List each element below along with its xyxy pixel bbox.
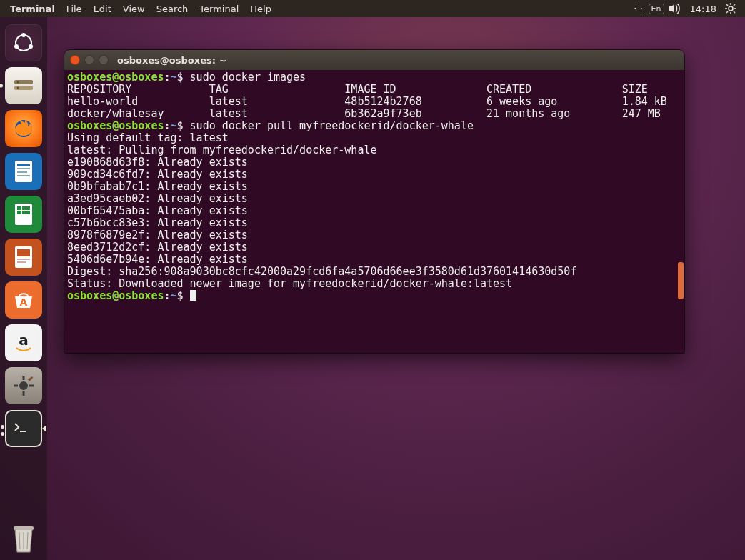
launcher-terminal[interactable]	[5, 410, 42, 447]
svg-line-6	[734, 11, 735, 13]
svg-rect-19	[17, 164, 30, 166]
menu-search[interactable]: Terminal	[194, 4, 244, 14]
svg-text:A: A	[20, 296, 28, 308]
svg-point-11	[29, 44, 33, 49]
menu-edit[interactable]: View	[117, 4, 151, 14]
terminal-window: osboxes@osboxes: ~ osboxes@osboxes:~$ su…	[64, 50, 684, 353]
launcher-impress[interactable]	[5, 239, 42, 276]
active-app-name: Terminal	[4, 4, 61, 14]
launcher-settings[interactable]	[5, 367, 42, 404]
window-minimize-button[interactable]	[84, 55, 94, 65]
window-close-button[interactable]	[70, 55, 80, 65]
launcher-software[interactable]: A	[5, 281, 42, 319]
svg-rect-29	[26, 211, 30, 214]
menu-file[interactable]: Edit	[88, 4, 117, 14]
svg-rect-24	[17, 206, 21, 210]
svg-rect-32	[17, 259, 30, 260]
svg-point-16	[17, 87, 19, 89]
window-title: osboxes@osboxes: ~	[117, 55, 226, 66]
svg-rect-20	[17, 168, 30, 169]
clock[interactable]: 14:18	[686, 4, 721, 14]
terminal-cursor	[190, 290, 196, 301]
svg-line-8	[726, 11, 728, 13]
svg-rect-26	[26, 206, 30, 210]
launcher-writer[interactable]	[5, 153, 42, 190]
keyboard-lang[interactable]: En	[649, 4, 664, 14]
gear-icon[interactable]	[721, 3, 741, 14]
menu-terminal-2[interactable]: Help	[244, 4, 277, 14]
launcher-trash[interactable]	[5, 520, 42, 557]
svg-rect-21	[17, 171, 27, 173]
launcher-calc[interactable]	[5, 196, 42, 233]
svg-point-36	[19, 381, 28, 390]
launcher-firefox[interactable]	[5, 110, 42, 147]
titlebar[interactable]: osboxes@osboxes: ~	[64, 50, 684, 70]
top-panel: Terminal File Edit View Search Terminal …	[0, 0, 745, 17]
network-icon[interactable]	[629, 3, 649, 14]
menu-terminal[interactable]: File	[61, 4, 88, 14]
svg-point-9	[16, 35, 31, 51]
terminal-body[interactable]: osboxes@osboxes:~$ sudo docker imagesREP…	[64, 70, 684, 353]
svg-rect-33	[17, 261, 26, 263]
launcher-dash[interactable]	[5, 24, 42, 61]
svg-line-5	[726, 4, 728, 6]
svg-rect-22	[17, 175, 30, 176]
menu-view[interactable]: Search	[151, 4, 194, 14]
svg-rect-25	[22, 206, 26, 210]
window-maximize-button[interactable]	[99, 55, 109, 65]
svg-text:a: a	[19, 331, 29, 349]
svg-point-15	[17, 81, 19, 84]
svg-rect-31	[17, 249, 30, 256]
svg-point-12	[14, 44, 19, 49]
svg-point-10	[21, 33, 26, 37]
svg-rect-27	[17, 211, 21, 214]
launcher-files[interactable]	[5, 67, 42, 104]
launcher-amazon[interactable]: a	[5, 324, 42, 361]
launcher: A a	[0, 17, 47, 560]
svg-point-0	[729, 6, 733, 11]
svg-rect-28	[22, 211, 26, 214]
sound-icon[interactable]	[664, 4, 686, 14]
svg-line-7	[734, 4, 735, 6]
svg-rect-42	[14, 526, 34, 530]
scrollbar-thumb[interactable]	[678, 262, 684, 299]
